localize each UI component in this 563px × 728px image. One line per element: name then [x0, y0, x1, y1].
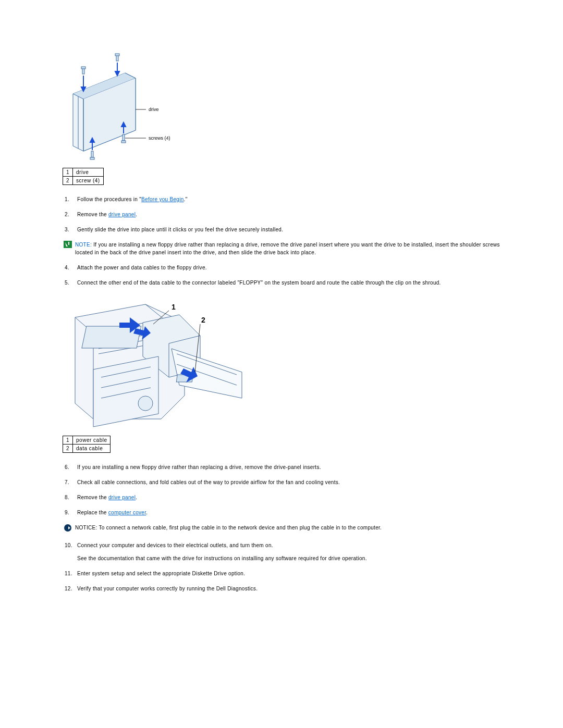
step-8: 8. Remove the drive panel.: [63, 493, 516, 501]
svg-marker-10: [115, 71, 119, 76]
legend-table-1: 1 drive 2 screw (4): [63, 168, 104, 185]
step-11: 11. Enter system setup and select the ap…: [63, 570, 516, 577]
step-12: 12. Verify that your computer works corr…: [63, 585, 516, 593]
link-before-you-begin[interactable]: Before you Begin: [141, 196, 184, 202]
notice-icon: [64, 524, 72, 534]
notice-text: To connect a network cable, first plug t…: [97, 525, 382, 530]
step-10: 10. Connect your computer and devices to…: [63, 541, 516, 562]
step-5: 5. Connect the other end of the data cab…: [63, 279, 516, 287]
legend2-r1-num: 1: [63, 436, 73, 445]
step-10-sub: See the documentation that came with the…: [77, 554, 516, 562]
legend1-r1-num: 1: [63, 168, 73, 177]
legend2-r1-text: power cable: [73, 436, 111, 445]
svg-rect-22: [68, 242, 69, 245]
svg-rect-12: [90, 157, 94, 159]
svg-rect-14: [121, 141, 126, 143]
fig2-callout-1: 1: [172, 303, 176, 311]
fig1-drive-label: drive: [149, 107, 159, 112]
svg-rect-13: [123, 134, 125, 141]
legend-table-2: 1 power cable 2 data cable: [63, 436, 111, 453]
svg-point-33: [138, 396, 153, 411]
step-9: 9. Replace the computer cover.: [63, 509, 516, 516]
svg-rect-21: [64, 241, 72, 248]
legend2-r2-num: 2: [63, 445, 73, 453]
link-drive-panel-1[interactable]: drive panel: [108, 212, 136, 217]
svg-rect-11: [91, 151, 93, 157]
notice-label: NOTICE:: [75, 525, 97, 530]
note-block: NOTE: If you are installing a new floppy…: [64, 241, 516, 256]
step-6: 6. If you are installing a new floppy dr…: [63, 463, 516, 471]
legend1-r2-num: 2: [63, 177, 73, 185]
svg-rect-4: [81, 67, 85, 69]
legend1-r1-text: drive: [73, 168, 104, 177]
svg-rect-6: [115, 54, 119, 56]
step-2: 2. Remove the drive panel.: [63, 211, 516, 218]
step-7: 7. Check all cable connections, and fold…: [63, 478, 516, 486]
link-computer-cover[interactable]: computer cover: [108, 510, 146, 515]
step-3: 3. Gently slide the drive into place unt…: [63, 226, 516, 233]
notice-block: NOTICE: To connect a network cable, firs…: [64, 524, 516, 534]
note-text: If you are installing a new floppy drive…: [75, 242, 500, 255]
note-icon: [64, 241, 72, 250]
legend1-r2-text: screw (4): [73, 177, 104, 185]
step-4: 4. Attach the power and data cables to t…: [63, 264, 516, 272]
drive-screws-diagram: drive screws (4): [63, 42, 516, 163]
note-label: NOTE:: [75, 242, 92, 248]
fig2-callout-2: 2: [201, 316, 205, 324]
step-1: 1. Follow the procedures in "Before you …: [63, 195, 516, 203]
fig1-screws-label: screws (4): [149, 135, 170, 141]
legend2-r2-text: data cable: [73, 445, 111, 453]
link-drive-panel-2[interactable]: drive panel: [108, 495, 136, 500]
chassis-diagram: 1 2: [65, 294, 516, 430]
